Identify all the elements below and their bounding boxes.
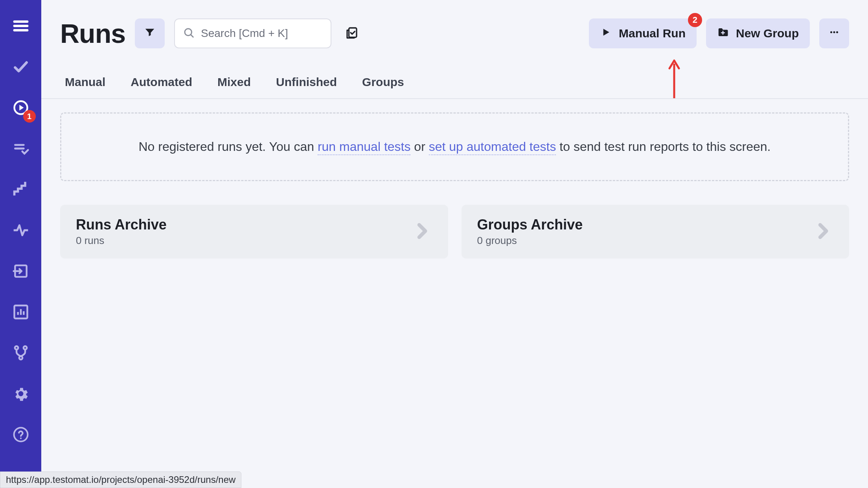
archive-cards: Runs Archive 0 runs Groups Archive 0 gro… <box>60 205 849 259</box>
groups-archive-title: Groups Archive <box>477 216 583 233</box>
chevron-right-icon <box>411 220 432 243</box>
runs-archive-sub: 0 runs <box>76 235 167 247</box>
clipboard-check-icon <box>345 26 359 41</box>
page-title: Runs <box>60 18 125 49</box>
tab-groups[interactable]: Groups <box>362 75 404 98</box>
header: Runs Manual Run 2 <box>41 0 868 49</box>
svg-point-14 <box>19 356 22 360</box>
status-bar-url: https://app.testomat.io/projects/openai-… <box>0 471 241 488</box>
sidebar-item-runs[interactable]: 1 <box>8 95 33 120</box>
menu-icon <box>12 17 29 35</box>
tab-automated[interactable]: Automated <box>131 75 192 98</box>
gear-icon <box>12 385 29 402</box>
empty-text-mid: or <box>410 139 428 154</box>
svg-point-22 <box>836 31 838 33</box>
git-branch-icon <box>12 344 29 361</box>
runs-archive-card[interactable]: Runs Archive 0 runs <box>60 205 448 259</box>
tab-mixed[interactable]: Mixed <box>217 75 251 98</box>
svg-point-16 <box>20 438 21 439</box>
sidebar-item-menu[interactable] <box>8 13 33 39</box>
sidebar-item-settings[interactable] <box>8 381 33 406</box>
svg-point-13 <box>23 346 26 349</box>
new-group-label: New Group <box>736 27 799 40</box>
new-group-button[interactable]: New Group <box>706 18 810 48</box>
more-button[interactable] <box>819 18 849 48</box>
dots-icon <box>828 26 840 41</box>
run-manual-tests-link[interactable]: run manual tests <box>318 139 411 155</box>
sidebar-item-branches[interactable] <box>8 340 33 365</box>
groups-archive-sub: 0 groups <box>477 235 583 247</box>
tab-manual[interactable]: Manual <box>65 75 105 98</box>
empty-text-post: to send test run reports to this screen. <box>556 139 771 154</box>
filter-icon <box>144 26 156 41</box>
sidebar-item-steps[interactable] <box>8 177 33 202</box>
pulse-icon <box>12 222 29 239</box>
setup-automated-tests-link[interactable]: set up automated tests <box>429 139 556 155</box>
svg-line-18 <box>191 35 193 37</box>
search-input-wrap[interactable] <box>174 18 331 48</box>
empty-text-pre: No registered runs yet. You can <box>139 139 318 154</box>
runs-archive-title: Runs Archive <box>76 216 167 233</box>
sidebar-item-help[interactable] <box>8 422 33 447</box>
folder-plus-icon <box>717 26 729 41</box>
import-icon <box>12 262 29 280</box>
sidebar: 1 <box>0 0 41 488</box>
groups-archive-card[interactable]: Groups Archive 0 groups <box>462 205 850 259</box>
manual-run-button[interactable]: Manual Run 2 <box>589 18 697 48</box>
search-icon <box>183 27 195 40</box>
sidebar-item-list-check[interactable] <box>8 136 33 161</box>
sidebar-item-tests[interactable] <box>8 54 33 79</box>
empty-state: No registered runs yet. You can run manu… <box>60 112 849 181</box>
manual-run-badge: 2 <box>688 13 702 27</box>
svg-point-12 <box>15 346 18 349</box>
play-icon <box>600 26 612 41</box>
sidebar-runs-badge: 1 <box>23 110 36 123</box>
tab-unfinished[interactable]: Unfinished <box>276 75 337 98</box>
chevron-right-icon <box>812 220 833 243</box>
search-input[interactable] <box>201 27 323 40</box>
tabs: Manual Automated Mixed Unfinished Groups <box>41 49 868 99</box>
sidebar-item-analytics[interactable] <box>8 299 33 325</box>
check-icon <box>12 58 29 75</box>
svg-point-20 <box>830 31 832 33</box>
svg-point-21 <box>833 31 835 33</box>
bar-chart-icon <box>12 303 29 321</box>
help-icon <box>12 426 29 443</box>
copy-tests-button[interactable] <box>342 24 361 43</box>
stairs-icon <box>12 181 29 198</box>
sidebar-item-import[interactable] <box>8 259 33 284</box>
main: Runs Manual Run 2 <box>41 0 868 488</box>
filter-button[interactable] <box>135 18 165 48</box>
list-check-icon <box>12 140 29 157</box>
sidebar-item-pulse[interactable] <box>8 218 33 243</box>
manual-run-label: Manual Run <box>619 27 686 40</box>
